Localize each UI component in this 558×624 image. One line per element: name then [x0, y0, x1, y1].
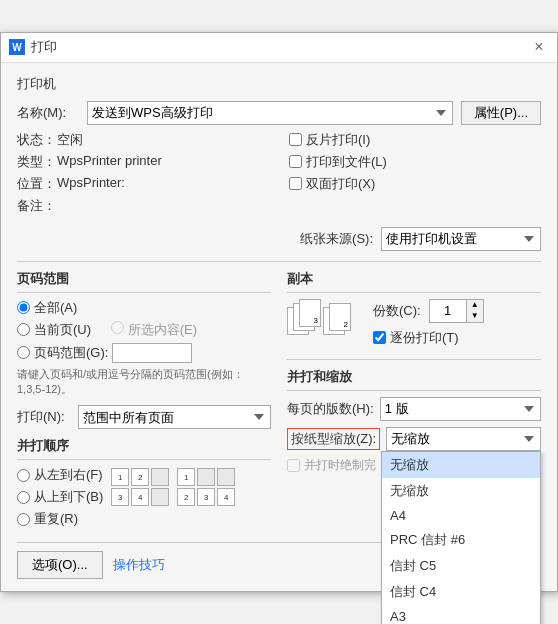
top-to-bottom-label: 从上到下(B): [34, 488, 103, 506]
all-pages-radio[interactable]: [17, 301, 30, 314]
repeat-label: 重复(R): [34, 510, 78, 528]
printer-info-left: 状态： 空闲 类型： WpsPrinter printer 位置： WpsPri…: [17, 131, 279, 219]
coll-cell-8: [197, 468, 215, 486]
combine-section: 并打和缩放 每页的版数(H): 1 版 按纸型缩放(Z): 无缩放: [287, 368, 541, 474]
page-range-input[interactable]: [112, 343, 192, 363]
repeat-radio[interactable]: [17, 513, 30, 526]
page-range-hint: 请键入页码和/或用逗号分隔的页码范围(例如：1,3,5-12)。: [17, 367, 271, 398]
coll-cell-1: 1: [111, 468, 129, 486]
status-label: 状态：: [17, 131, 57, 149]
paper-source-label: 纸张来源(S):: [300, 230, 373, 248]
printer-name-select[interactable]: 发送到WPS高级打印: [87, 101, 453, 125]
print-to-file-checkbox[interactable]: [289, 155, 302, 168]
scale-select[interactable]: 无缩放: [386, 427, 541, 451]
close-button[interactable]: ×: [529, 37, 549, 57]
page-icon-3: 3: [299, 299, 321, 327]
reverse-print-label: 反片打印(I): [306, 131, 370, 149]
copies-section: 副本 1 2 3 1 2 份数(C):: [287, 270, 541, 351]
left-to-right-radio[interactable]: [17, 469, 30, 482]
printer-info-right: 反片打印(I) 打印到文件(L) 双面打印(X): [279, 131, 541, 219]
copies-input-wrap: ▲ ▼: [429, 299, 484, 323]
print-to-file-label: 打印到文件(L): [306, 153, 387, 171]
print-type-row: 打印(N): 范围中所有页面: [17, 405, 271, 429]
scale-dropdown: 无缩放 无缩放 A4 PRC 信封 #6 信封 C5 信封 C4 A3: [381, 451, 541, 624]
coll-cell-4: 3: [111, 488, 129, 506]
reverse-print-item: 反片打印(I): [289, 131, 541, 149]
dropdown-item-a3[interactable]: A3: [382, 605, 540, 624]
printer-section-title: 打印机: [17, 75, 541, 93]
copies-input[interactable]: [430, 300, 466, 322]
duplex-print-label: 双面打印(X): [306, 175, 375, 193]
collation-options: 从左到右(F) 从上到下(B) 重复(R): [17, 466, 103, 532]
print-type-select[interactable]: 范围中所有页面: [78, 405, 271, 429]
left-to-right-item: 从左到右(F): [17, 466, 103, 484]
name-label: 名称(M):: [17, 104, 87, 122]
selection-label: 所选内容(E): [111, 321, 197, 339]
dropdown-item-c5[interactable]: 信封 C5: [382, 553, 540, 579]
top-to-bottom-radio[interactable]: [17, 491, 30, 504]
dropdown-item-wusuofang[interactable]: 无缩放: [382, 452, 540, 478]
dropdown-item-prc6[interactable]: PRC 信封 #6: [382, 527, 540, 553]
pages-per-sheet-select[interactable]: 1 版: [380, 397, 541, 421]
collation-grid-2: 1 2 3 4: [177, 468, 235, 506]
type-label: 类型：: [17, 153, 57, 171]
paper-scale-label-wrap: 按纸型缩放(Z):: [287, 428, 380, 450]
location-value: WpsPrinter:: [57, 175, 125, 193]
page-range-header: 页码范围: [17, 270, 271, 293]
dropdown-item-c4[interactable]: 信封 C4: [382, 579, 540, 605]
dropdown-item-wusuofang2[interactable]: 无缩放: [382, 478, 540, 504]
titlebar-left: W 打印: [9, 38, 57, 56]
copies-decrement[interactable]: ▼: [467, 311, 483, 322]
copies-label: 份数(C):: [373, 302, 421, 320]
type-row: 类型： WpsPrinter printer: [17, 153, 279, 171]
two-col-layout: 页码范围 全部(A) 当前页(U) 所选内容(E) 页码范围(G):: [17, 270, 541, 533]
coll-cell-6: [151, 488, 169, 506]
copies-content: 1 2 3 1 2 份数(C):: [287, 299, 541, 351]
wps-icon: W: [9, 39, 25, 55]
current-page-radio[interactable]: [17, 323, 30, 336]
dialog-title: 打印: [31, 38, 57, 56]
dropdown-item-a4[interactable]: A4: [382, 504, 540, 527]
coll-cell-9: [217, 468, 235, 486]
options-button[interactable]: 选项(O)...: [17, 551, 103, 579]
coll-cell-10: 2: [177, 488, 195, 506]
collate-checkbox[interactable]: [373, 331, 386, 344]
page-icon-5: 2: [329, 303, 351, 331]
page-range-radio[interactable]: [17, 346, 30, 359]
location-row: 位置： WpsPrinter:: [17, 175, 279, 193]
printer-section: 打印机 名称(M): 发送到WPS高级打印 属性(P)... 状态： 空闲 类型…: [17, 75, 541, 251]
collation-grid: 1 2 3 4: [111, 468, 169, 506]
pages-per-sheet-row: 每页的版数(H): 1 版: [287, 397, 541, 421]
copies-header: 副本: [287, 270, 541, 293]
collation-content: 从左到右(F) 从上到下(B) 重复(R): [17, 466, 271, 532]
collate-item: 逐份打印(T): [373, 329, 484, 347]
coll-cell-2: 2: [131, 468, 149, 486]
all-pages-label: 全部(A): [34, 299, 77, 317]
tips-button[interactable]: 操作技巧: [113, 556, 165, 574]
status-value: 空闲: [57, 131, 83, 149]
collation-section: 并打顺序 从左到右(F) 从上到下(B): [17, 437, 271, 532]
type-value: WpsPrinter printer: [57, 153, 162, 171]
copies-increment[interactable]: ▲: [467, 300, 483, 311]
properties-button[interactable]: 属性(P)...: [461, 101, 541, 125]
note-row: 备注：: [17, 197, 279, 215]
current-page-label: 当前页(U): [34, 321, 91, 339]
paper-source-row: 纸张来源(S): 使用打印机设置: [17, 227, 541, 251]
printer-select-wrap: 发送到WPS高级打印: [87, 101, 453, 125]
duplex-print-checkbox[interactable]: [289, 177, 302, 190]
copies-controls: 份数(C): ▲ ▼: [373, 299, 484, 351]
page-range-section: 页码范围 全部(A) 当前页(U) 所选内容(E) 页码范围(G):: [17, 270, 271, 533]
status-row: 状态： 空闲: [17, 131, 279, 149]
current-page-item: 当前页(U) 所选内容(E): [17, 321, 271, 339]
repeat-item: 重复(R): [17, 510, 103, 528]
coll-cell-5: 4: [131, 488, 149, 506]
all-pages-item: 全部(A): [17, 299, 271, 317]
printer-name-row: 名称(M): 发送到WPS高级打印 属性(P)...: [17, 101, 541, 125]
copies-spinners: ▲ ▼: [466, 300, 483, 322]
copies-input-row: 份数(C): ▲ ▼: [373, 299, 484, 323]
paper-source-select[interactable]: 使用打印机设置: [381, 227, 541, 251]
page-range-item: 页码范围(G):: [17, 343, 271, 363]
coll-cell-12: 4: [217, 488, 235, 506]
combine-header: 并打和缩放: [287, 368, 541, 391]
reverse-print-checkbox[interactable]: [289, 133, 302, 146]
